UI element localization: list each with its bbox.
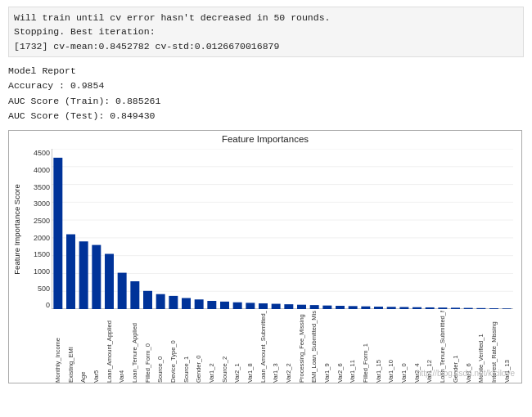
bar	[489, 308, 498, 309]
x-label: Processing_Fee_Missing	[295, 311, 309, 383]
bar	[464, 308, 473, 309]
y-tick: 3000	[34, 200, 50, 208]
bar	[297, 305, 306, 309]
bar	[310, 305, 319, 309]
bar	[143, 291, 152, 309]
x-label: Loan_Amount_Submitted_Missing	[257, 311, 270, 383]
x-label: Source_0	[154, 311, 167, 383]
bar	[451, 308, 460, 310]
bar	[195, 300, 204, 310]
x-label: Var2_2	[282, 311, 295, 383]
bar	[387, 307, 396, 310]
chart-inner	[52, 149, 513, 309]
x-label: Var5	[90, 311, 103, 383]
log-line2: Stopping. Best iteration:	[14, 25, 518, 38]
x-label: Source_2	[219, 311, 232, 383]
x-label: Monthly_Income	[52, 311, 65, 383]
bar	[374, 307, 383, 309]
x-label: EMI_Loan_Submitted_Missing	[308, 311, 321, 383]
log-line3: [1732] cv-mean:0.8452782 cv-std:0.012667…	[14, 39, 518, 53]
bar	[503, 309, 512, 310]
bar	[426, 307, 435, 309]
bar	[476, 308, 485, 309]
model-report: Model Report Accuracy : 0.9854 AUC Score…	[8, 64, 524, 124]
x-label: Var1_15	[372, 311, 385, 383]
y-tick: 0	[46, 301, 50, 309]
y-axis-ticks: 450040003500300025002000150010005000	[22, 149, 50, 309]
x-label: Var1_0	[398, 311, 411, 383]
x-label: Loan_Amount_Applied	[103, 311, 116, 383]
x-label: Device_Type_0	[167, 311, 180, 383]
x-label: Var2_6	[334, 311, 347, 383]
bar	[156, 294, 165, 309]
bar	[92, 245, 101, 309]
chart-container: Feature Importances Feature Importance S…	[8, 130, 522, 383]
bar	[169, 296, 178, 309]
x-label: Filled_Form_0	[142, 311, 155, 383]
bar	[349, 307, 358, 310]
report-auc-test: AUC Score (Test): 0.849430	[8, 109, 524, 123]
bar	[118, 273, 127, 309]
x-label: Source_1	[180, 311, 193, 383]
bar	[105, 254, 114, 310]
bar	[272, 304, 281, 309]
main-container: Will train until cv error hasn't decreas…	[0, 0, 532, 417]
x-label: Loan_Tenure_Applied	[128, 311, 142, 383]
x-label: Var4	[115, 311, 128, 383]
bar	[259, 303, 268, 309]
x-label: Var1_8	[244, 311, 257, 383]
x-label: Age	[77, 311, 90, 383]
bar	[246, 303, 255, 310]
bar	[322, 306, 331, 309]
bar	[361, 307, 370, 309]
bar	[399, 307, 408, 309]
y-tick: 1500	[34, 250, 50, 258]
y-tick: 4000	[34, 166, 50, 174]
y-tick: 1000	[34, 267, 50, 276]
bar	[79, 242, 88, 310]
bar	[53, 158, 62, 309]
y-tick: 2500	[34, 217, 50, 225]
chart-title: Feature Importances	[9, 134, 521, 144]
log-line1: Will train until cv error hasn't decreas…	[14, 11, 518, 25]
bar	[438, 307, 447, 309]
y-tick: 500	[38, 285, 50, 293]
x-label: Var1_2	[205, 311, 219, 383]
bar	[130, 281, 139, 309]
y-axis-label: Feature Importance Score	[11, 149, 22, 309]
x-label: Var1_10	[385, 311, 398, 383]
y-tick: 2000	[34, 234, 50, 242]
report-auc-train: AUC Score (Train): 0.885261	[8, 94, 524, 109]
bar	[220, 302, 229, 309]
x-label: Existing_EMI	[65, 311, 78, 383]
bar	[413, 307, 422, 309]
x-label: Var2_1	[231, 311, 244, 383]
y-tick: 3500	[34, 183, 50, 191]
report-title: Model Report	[8, 64, 524, 78]
x-label: Var1_11	[346, 311, 359, 383]
x-label: Var1_9	[321, 311, 334, 383]
bar	[66, 235, 75, 309]
watermark: http://blog.csdn.net/kicilove	[417, 369, 515, 378]
bar	[336, 306, 345, 309]
bar	[284, 304, 293, 309]
x-label: Var1_3	[269, 311, 282, 383]
bars-svg	[52, 149, 513, 309]
bar	[207, 301, 216, 309]
bar	[182, 298, 191, 310]
y-tick: 4500	[34, 149, 50, 157]
x-label: Filled_Form_1	[359, 311, 372, 383]
log-section: Will train until cv error hasn't decreas…	[8, 7, 524, 57]
bar	[233, 303, 242, 309]
x-label: Gender_0	[192, 311, 205, 383]
report-accuracy: Accuracy : 0.9854	[8, 78, 524, 93]
